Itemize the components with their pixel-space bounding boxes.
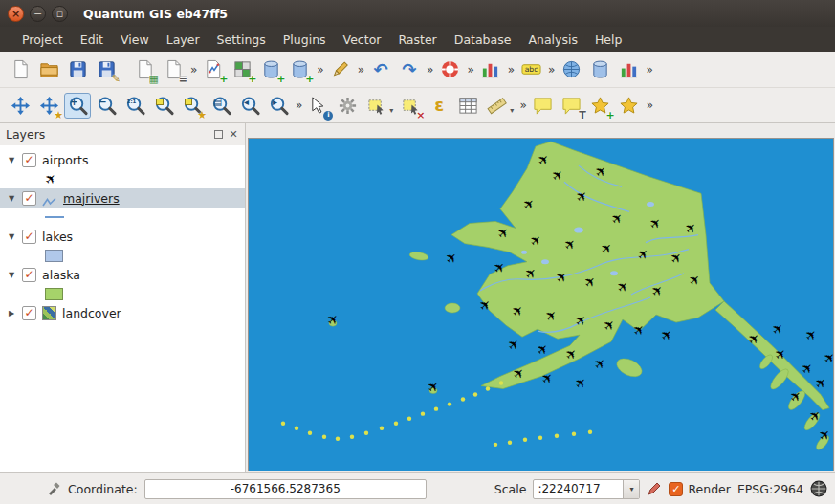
menu-settings[interactable]: Settings [209,29,275,51]
collapse-caret-icon[interactable]: ▼ [7,194,16,203]
zoom-next-icon[interactable]: ▸ [265,93,292,119]
toolbar-overflow-icon[interactable]: » [464,63,475,77]
zoom-to-layer-icon[interactable]: ▤ [208,93,234,119]
menu-project[interactable]: Project [13,29,72,51]
pan-map-icon[interactable] [7,93,33,119]
raster-thumbnail-icon [42,306,56,320]
toolbar-overflow-icon[interactable]: » [314,63,325,77]
float-panel-icon[interactable] [214,130,223,139]
layer-visibility-checkbox[interactable]: ✓ [22,153,36,167]
add-postgis-layer-icon[interactable]: + [257,56,284,82]
layer-symbol-alaska [0,284,245,303]
db-manager-icon[interactable] [586,56,613,82]
checkbox-checked-icon: ✓ [669,482,683,496]
add-spatialite-layer-icon[interactable]: + [286,56,313,82]
add-raster-layer-icon[interactable]: + [229,56,255,82]
metasearch-icon[interactable] [558,56,584,82]
menu-raster[interactable]: Raster [389,29,445,51]
close-icon[interactable]: × [8,6,24,22]
layer-item-airports[interactable]: ▼✓airports [0,150,245,169]
menu-view[interactable]: View [112,29,158,51]
text-annotation-icon[interactable]: T [559,93,585,119]
save-project-icon[interactable] [64,56,91,82]
toolbar-overflow-icon[interactable]: » [293,99,304,112]
select-by-expression-icon[interactable]: ε [426,93,452,119]
menu-vector[interactable]: Vector [335,29,390,51]
toolbar-overflow-icon[interactable]: » [187,63,199,77]
statistics-icon[interactable] [615,56,642,82]
layer-visibility-checkbox[interactable]: ✓ [22,230,36,244]
redo-icon[interactable]: ↷ [396,56,423,82]
menu-database[interactable]: Database [446,29,520,51]
titlebar[interactable]: × − ▫ Quantum GIS eb47ff5 [0,0,835,27]
layer-visibility-checkbox[interactable]: ✓ [22,268,36,282]
layer-item-lakes[interactable]: ▼✓lakes [0,227,245,246]
measure-dropdown-icon[interactable]: ▾ [510,106,514,115]
toolbar-overflow-icon[interactable]: » [505,63,516,77]
map-tips-icon[interactable] [530,93,557,119]
scale-combobox[interactable]: :22240717 ▾ [533,479,640,499]
select-features-icon[interactable] [363,93,389,119]
scale-label: Scale [494,482,527,496]
coordinate-input[interactable] [144,479,427,499]
menu-plugins[interactable]: Plugins [275,29,335,51]
collapse-caret-icon[interactable]: ▼ [7,156,16,164]
zoom-to-selection-icon[interactable]: ★ [179,93,206,119]
run-feature-action-icon[interactable] [334,93,361,119]
toggle-extents-icon[interactable] [46,481,61,496]
menubar: ProjectEditViewLayerSettingsPluginsVecto… [0,27,835,52]
render-checkbox[interactable]: ✓ Render [669,482,731,496]
new-bookmark-icon[interactable]: + [587,93,614,119]
toolbar-overflow-icon[interactable]: » [424,63,435,77]
layer-item-landcover[interactable]: ▶✓landcover [0,303,245,322]
add-vector-layer-icon[interactable]: + [200,56,227,82]
crs-status-icon[interactable] [810,480,827,497]
toolbar-overflow-icon[interactable]: » [644,99,655,112]
menu-layer[interactable]: Layer [158,29,209,51]
select-features-dropdown-icon[interactable]: ▾ [389,106,393,115]
collapse-caret-icon[interactable]: ▼ [7,271,16,279]
toolbar-overflow-icon[interactable]: » [355,63,366,77]
maximize-icon[interactable]: ▫ [52,6,68,22]
label-icon[interactable] [517,56,544,82]
layer-visibility-checkbox[interactable]: ✓ [22,191,36,206]
zoom-last-icon[interactable]: ◂ [236,93,263,119]
scale-dropdown-icon[interactable]: ▾ [623,480,639,498]
layer-item-majrivers[interactable]: ▼✓majrivers [0,188,245,208]
undo-icon[interactable]: ↶ [367,56,394,82]
show-bookmarks-icon[interactable] [616,93,643,119]
toolbar-overflow-icon[interactable]: » [516,99,528,112]
expand-caret-icon[interactable]: ▶ [7,309,16,318]
layer-item-alaska[interactable]: ▼✓alaska [0,265,245,284]
toolbar-row-1: ✎▦≡»++++»»↶↷»»»»» [0,52,835,88]
zoom-out-icon[interactable]: − [93,93,120,119]
identify-features-icon[interactable]: i [305,93,332,119]
open-project-icon[interactable] [35,56,62,82]
menu-edit[interactable]: Edit [72,29,112,51]
measure-icon[interactable] [483,93,510,119]
capture-line-icon[interactable] [327,56,354,82]
pan-to-selection-icon[interactable]: ★ [35,93,62,119]
menu-analysis[interactable]: Analysis [519,29,586,51]
map-canvas[interactable]: ✈✈✈✈✈✈✈✈✈✈✈✈✈✈✈✈✈✈✈✈✈✈✈✈✈✈✈✈✈✈✈✈✈✈✈✈✈✈✈✈… [249,139,833,471]
close-panel-icon[interactable]: ✕ [228,129,239,141]
deselect-features-icon[interactable]: × [397,93,424,119]
histogram-icon[interactable] [477,56,504,82]
zoom-native-icon[interactable]: 1:1 [121,93,148,119]
composer-manager-icon[interactable]: ≡ [160,56,187,82]
toolbar-overflow-icon[interactable]: » [545,63,557,77]
stop-rendering-icon[interactable] [647,481,662,496]
layers-panel-header: Layers ✕ [0,123,245,145]
attribute-table-icon[interactable] [454,93,481,119]
menu-help[interactable]: Help [586,29,631,51]
new-print-composer-icon[interactable]: ▦ [131,56,158,82]
minimize-icon[interactable]: − [30,6,46,22]
toolbar-overflow-icon[interactable]: » [643,63,654,77]
zoom-full-icon[interactable] [150,93,177,119]
new-project-icon[interactable] [7,56,33,82]
zoom-in-icon[interactable]: + [64,93,91,119]
collapse-caret-icon[interactable]: ▼ [7,232,16,241]
help-icon[interactable] [436,56,463,82]
save-project-as-icon[interactable]: ✎ [93,56,120,82]
layer-visibility-checkbox[interactable]: ✓ [22,306,36,320]
